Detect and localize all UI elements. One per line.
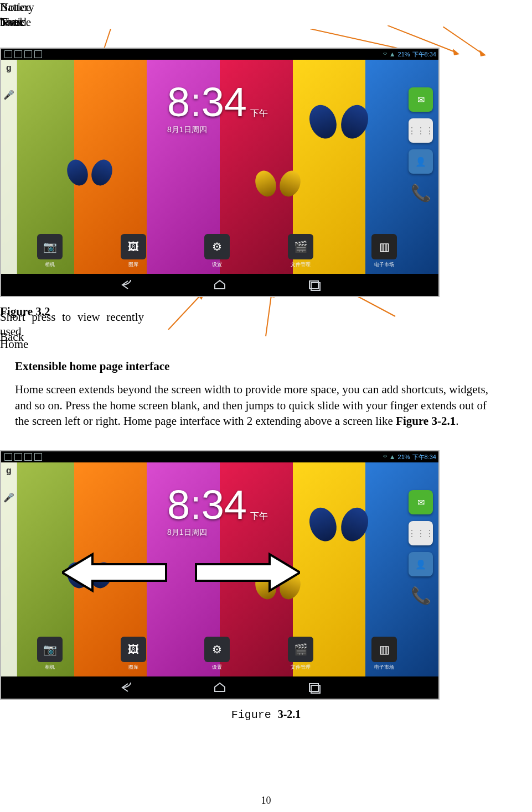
svg-marker-7 [453, 49, 459, 55]
app-drawer-icon[interactable]: ⋮⋮⋮ [409, 521, 433, 545]
home-button[interactable] [209, 681, 231, 694]
settings-app-icon[interactable]: ⚙设置 [202, 637, 233, 671]
navigation-bar [1, 274, 438, 296]
market-app-icon[interactable]: ▥电子市场 [369, 234, 400, 268]
navigation-bar [1, 676, 438, 699]
tablet-screenshot-1: ⌔ ▲ 21% 下午8:34 g 🎤 8:34下午 8月1日周四 ✉ ⋮⋮⋮ 👤… [0, 48, 440, 297]
recent-apps-button[interactable] [303, 278, 325, 292]
right-dock: ✉ ⋮⋮⋮ 👤 📞 [409, 87, 433, 205]
wifi-icon: ▲ [389, 453, 396, 461]
clock-date: 8月1日周四 [167, 528, 268, 538]
callout-recent: Short press to view recently used [0, 310, 144, 339]
bottom-shortcut-row: 📷相机 🖼图库 ⚙设置 🎬文件管理 ▥电子市场 [34, 637, 400, 671]
back-button[interactable] [115, 278, 137, 292]
status-battery-pct: 21% [398, 51, 412, 58]
voice-search-icon[interactable]: 🎤 [1, 90, 17, 100]
swipe-left-arrow-icon [62, 551, 167, 594]
status-left-icons [1, 453, 42, 461]
clock-widget[interactable]: 8:34下午 8月1日周四 [167, 485, 268, 538]
callout-home: Home [0, 337, 28, 351]
paragraph: Home screen extends beyond the screen wi… [15, 382, 502, 429]
gallery-app-icon[interactable]: 🖼图库 [118, 234, 149, 268]
arrow-back [166, 292, 205, 331]
phone-app-icon[interactable]: 📞 [409, 180, 433, 205]
phone-app-icon[interactable]: 📞 [409, 583, 433, 607]
section-heading: Extensible home page interface [15, 358, 502, 374]
gallery-app-icon[interactable]: 🖼图库 [118, 637, 149, 671]
bluetooth-icon: ⌔ [383, 453, 387, 461]
back-button[interactable] [115, 681, 137, 694]
status-time: 下午8:34 [412, 50, 438, 59]
google-search-bar[interactable]: g 🎤 [1, 60, 17, 274]
file-manager-app-icon[interactable]: 🎬文件管理 [285, 637, 316, 671]
butterfly-icon [256, 170, 300, 204]
status-left-icons [1, 50, 42, 58]
butterfly-icon [310, 507, 368, 550]
svg-marker-18 [62, 554, 166, 591]
messaging-app-icon[interactable]: ✉ [409, 87, 433, 112]
clock-date: 8月1日周四 [167, 125, 268, 135]
svg-line-8 [443, 27, 482, 53]
svg-line-10 [168, 295, 200, 330]
swipe-right-arrow-icon [195, 551, 300, 594]
home-button[interactable] [209, 278, 231, 292]
settings-app-icon[interactable]: ⚙设置 [202, 234, 233, 268]
camera-app-icon[interactable]: 📷相机 [34, 234, 65, 268]
butterfly-icon [68, 159, 112, 192]
svg-marker-9 [479, 50, 486, 56]
bottom-shortcut-row: 📷相机 🖼图库 ⚙设置 🎬文件管理 ▥电子市场 [34, 234, 400, 268]
page-number: 10 [0, 795, 532, 806]
right-dock: ✉ ⋮⋮⋮ 👤 📞 [409, 490, 433, 607]
google-logo-icon: g [1, 63, 17, 73]
status-time: 下午8:34 [412, 453, 438, 461]
butterfly-icon [310, 105, 368, 148]
messaging-app-icon[interactable]: ✉ [409, 490, 433, 514]
body-text: Extensible home page interface Home scre… [15, 358, 502, 429]
status-bar[interactable]: ⌔ ▲ 21% 下午8:34 [1, 49, 438, 60]
svg-marker-19 [196, 554, 300, 591]
status-battery-pct: 21% [398, 454, 412, 460]
callout-time: Time [0, 15, 24, 29]
voice-search-icon[interactable]: 🎤 [1, 492, 17, 503]
status-bar[interactable]: ⌔ ▲ 21% 下午8:34 [1, 451, 438, 462]
bluetooth-icon: ⌔ [383, 50, 387, 58]
google-search-bar[interactable]: g 🎤 [1, 462, 17, 676]
file-manager-app-icon[interactable]: 🎬文件管理 [285, 234, 316, 268]
contacts-app-icon[interactable]: 👤 [409, 552, 433, 576]
tablet-screenshot-2: ⌔ ▲ 21% 下午8:34 g 🎤 8:34下午 8月1日周四 ✉ ⋮⋮⋮ 👤… [0, 450, 440, 700]
app-drawer-icon[interactable]: ⋮⋮⋮ [409, 118, 433, 143]
contacts-app-icon[interactable]: 👤 [409, 149, 433, 174]
arrow-time [443, 27, 487, 58]
figure-3-2-1-caption: Figure 3-2.1 [0, 708, 532, 721]
market-app-icon[interactable]: ▥电子市场 [369, 637, 400, 671]
recent-apps-button[interactable] [303, 681, 325, 694]
google-logo-icon: g [1, 466, 17, 476]
arrow-home [259, 292, 276, 337]
clock-widget[interactable]: 8:34下午 8月1日周四 [167, 82, 268, 135]
svg-line-12 [266, 295, 271, 336]
camera-app-icon[interactable]: 📷相机 [34, 637, 65, 671]
wifi-icon: ▲ [389, 50, 396, 58]
